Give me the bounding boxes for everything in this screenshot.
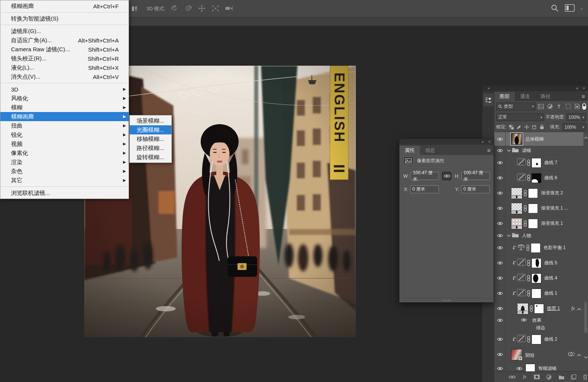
curves-adjustment-icon[interactable]	[517, 158, 526, 167]
close-icon[interactable]: ×	[583, 86, 585, 90]
panel-menu-icon[interactable]: ≡	[579, 92, 588, 101]
layer-row[interactable]: 总体模糊	[494, 132, 583, 146]
height-field[interactable]: 100.47 厘米	[461, 172, 490, 180]
link-layers-icon[interactable]	[509, 374, 516, 380]
eye-cell[interactable]	[494, 286, 506, 301]
layer-name[interactable]: 效果	[532, 317, 541, 324]
eye-icon[interactable]	[497, 246, 503, 250]
mask-link-icon[interactable]	[524, 205, 527, 212]
add-mask-icon[interactable]	[534, 374, 540, 380]
group-expand-chevron[interactable]	[506, 234, 512, 237]
eye-cell[interactable]	[494, 231, 506, 240]
layer-mask-thumbnail[interactable]	[531, 335, 541, 344]
menu-item[interactable]: 消失点(V)...Alt+Ctrl+V	[0, 72, 129, 81]
chevron-down-icon[interactable]	[507, 234, 511, 237]
collapse-panels-icon[interactable]: «	[482, 140, 484, 144]
eye-icon[interactable]	[497, 261, 503, 265]
layer-row[interactable]: 人物	[494, 231, 583, 240]
mask-link-icon[interactable]	[523, 220, 527, 227]
group-folder-icon[interactable]	[512, 232, 519, 238]
gradient-fill-thumbnail[interactable]	[511, 188, 522, 199]
width-field[interactable]: 100.47 厘米	[410, 172, 439, 180]
3d-camera-icon[interactable]	[225, 4, 234, 13]
eye-cell[interactable]	[494, 347, 506, 362]
menu-item[interactable]: 自适应广角(A)...Alt+Shift+Ctrl+A	[0, 36, 129, 45]
layer-mask-thumbnail[interactable]	[534, 304, 544, 314]
menu-item[interactable]: 渲染▶	[0, 158, 129, 167]
new-group-icon[interactable]	[558, 374, 564, 380]
layer-mask-thumbnail[interactable]	[531, 173, 541, 183]
mask-link-icon[interactable]	[527, 159, 531, 166]
eye-icon[interactable]	[497, 176, 503, 180]
eye-icon[interactable]	[497, 366, 503, 371]
layer-row[interactable]: 渐变填充 1	[494, 216, 583, 231]
eye-cell[interactable]	[494, 240, 506, 255]
mask-link-icon[interactable]	[527, 175, 531, 181]
layer-mask-thumbnail[interactable]	[531, 158, 541, 168]
smart-filter-icon[interactable]	[568, 352, 575, 357]
layer-style-icon[interactable]: fx	[522, 374, 527, 380]
scrollbar-thumb[interactable]	[584, 302, 587, 333]
eye-cell[interactable]	[494, 362, 506, 371]
layer-row[interactable]: 曲线 2	[494, 332, 583, 347]
tab-paths[interactable]: 路径	[535, 92, 556, 101]
curves-adjustment-icon[interactable]	[517, 174, 526, 182]
delete-layer-icon[interactable]	[583, 374, 588, 380]
chevron-up-icon[interactable]	[577, 308, 581, 311]
mask-link-icon[interactable]	[524, 220, 527, 227]
layer-mask-thumbnail[interactable]	[528, 219, 538, 229]
scroll-up-icon[interactable]	[584, 134, 588, 140]
eye-cell[interactable]	[494, 186, 506, 200]
layer-row[interactable]: 曲线 5	[494, 256, 583, 271]
curves-adjustment-icon[interactable]	[517, 289, 526, 298]
filter-shape-layers-icon[interactable]	[565, 103, 571, 110]
layer-row[interactable]: 渐变填充 1 ...	[494, 201, 583, 216]
mask-link-icon[interactable]	[530, 305, 533, 312]
mask-link-icon[interactable]	[527, 175, 530, 181]
group-folder-icon[interactable]	[512, 147, 519, 153]
mask-link-icon[interactable]	[529, 305, 533, 312]
layer-name[interactable]: 曲线 7	[544, 159, 557, 166]
filter-type-select[interactable]: 类型▾	[496, 103, 536, 110]
eye-icon[interactable]	[497, 276, 503, 280]
layer-row[interactable]: 渐变填充 2	[494, 186, 583, 201]
mask-link-icon[interactable]	[524, 190, 527, 196]
eye-icon[interactable]	[516, 366, 522, 371]
gradient-fill-thumbnail[interactable]	[511, 203, 522, 214]
mask-link-icon[interactable]	[523, 205, 527, 212]
tab-properties[interactable]: 属性	[399, 146, 420, 155]
smart-filter-icon[interactable]	[568, 351, 575, 358]
submenu-item[interactable]: 光圈模糊...	[130, 125, 171, 134]
eye-cell[interactable]	[494, 324, 506, 331]
curves-adjustment-icon[interactable]	[517, 274, 526, 283]
layer-mask-thumbnail[interactable]	[531, 273, 541, 283]
submenu-item[interactable]: 移轴模糊...	[130, 134, 171, 144]
mask-link-icon[interactable]	[526, 245, 530, 251]
menu-item[interactable]: 锐化▶	[0, 130, 129, 139]
layer-name[interactable]: timg	[525, 352, 534, 357]
layer-name[interactable]: 渐变填充 1 ...	[541, 205, 568, 212]
menu-item[interactable]: 3D▶	[0, 85, 129, 94]
menu-item[interactable]: 风格化▶	[0, 94, 129, 103]
mask-link-icon[interactable]	[527, 275, 530, 281]
close-icon[interactable]: ×	[488, 140, 491, 144]
layer-row[interactable]: 曲线 1	[494, 286, 583, 301]
eye-icon[interactable]	[497, 291, 503, 295]
eye-icon[interactable]	[497, 206, 503, 210]
eye-icon[interactable]	[497, 137, 503, 141]
mask-link-icon[interactable]	[526, 245, 530, 251]
collapse-effects-chevron[interactable]	[577, 305, 581, 312]
curves-adjustment-icon[interactable]	[517, 289, 526, 296]
eye-icon[interactable]	[497, 221, 503, 226]
layer-name[interactable]: 曲线 5	[544, 260, 557, 266]
eye-icon[interactable]	[497, 306, 503, 311]
3d-pan-icon[interactable]	[197, 4, 206, 13]
smart-filter-mask-thumbnail[interactable]	[525, 364, 535, 372]
panel-menu-icon[interactable]: ≡	[484, 146, 494, 155]
eye-cell[interactable]	[494, 316, 506, 324]
filter-smart-objects-icon[interactable]	[574, 103, 580, 110]
menu-item[interactable]: 液化(L)...Shift+Ctrl+X	[0, 63, 129, 72]
chevron-down-icon[interactable]	[507, 149, 511, 152]
menu-item[interactable]: 镜头校正(R)...Shift+Ctrl+R	[0, 54, 129, 63]
color-balance-icon[interactable]	[517, 244, 525, 252]
